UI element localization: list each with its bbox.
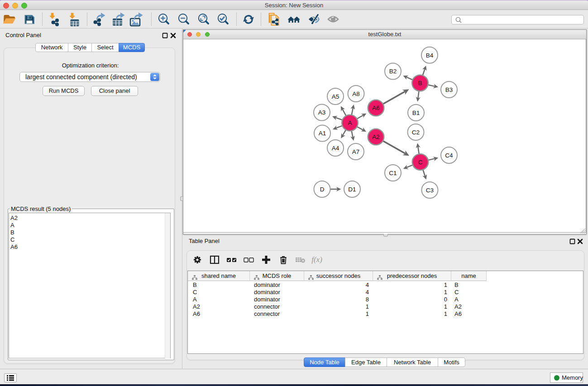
svg-text:f(x): f(x) (311, 255, 322, 264)
svg-text:C4: C4 (445, 152, 453, 159)
svg-text:B4: B4 (426, 52, 434, 59)
svg-text:C1: C1 (389, 170, 397, 176)
svg-text:A3: A3 (318, 109, 326, 116)
svg-text:A5: A5 (332, 93, 339, 100)
svg-text:D: D (320, 186, 325, 193)
svg-text:A6: A6 (372, 105, 380, 111)
svg-text:A: A (348, 119, 352, 126)
svg-text:D1: D1 (348, 186, 356, 193)
svg-text:B3: B3 (445, 86, 453, 93)
svg-text:A4: A4 (332, 145, 339, 152)
svg-text:A7: A7 (352, 148, 360, 155)
svg-text:B1: B1 (412, 110, 420, 116)
svg-text:A8: A8 (352, 91, 360, 97)
svg-text:B: B (418, 80, 422, 86)
svg-text:C: C (418, 159, 423, 166)
svg-text:A1: A1 (319, 130, 326, 137)
svg-text:B2: B2 (389, 68, 397, 75)
svg-text:C3: C3 (426, 187, 434, 194)
svg-text:A2: A2 (372, 133, 380, 140)
svg-text:C2: C2 (412, 129, 420, 136)
